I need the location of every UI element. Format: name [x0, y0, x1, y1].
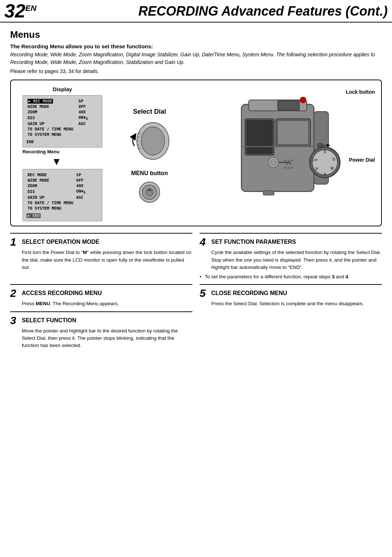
menu-screen-top: ▶ REC MODESP WIDE MODEOFF ZOOM40X DISON▼… [23, 95, 102, 148]
step-1-body: First turn the Power Dial to "M" while p… [10, 249, 192, 271]
svg-text:A: A [323, 172, 326, 176]
camera-illustration: S G M A P LAY [220, 90, 350, 213]
power-dial-label: Power Dial [349, 157, 375, 163]
lock-button-label: Lock button [346, 89, 375, 95]
step-5-title: CLOSE RECORDING MENU [211, 288, 287, 297]
step-2-body: Press MENU. The Recording Menu appears. [10, 300, 192, 307]
step-4-body: Cycle the available settings of the sele… [200, 249, 382, 271]
svg-text:S: S [324, 150, 326, 154]
svg-point-17 [284, 160, 286, 162]
svg-point-20 [286, 163, 288, 165]
intro-italic: Recording Mode, Wide Mode, Zoom Magnific… [10, 51, 382, 66]
select-dial-icon [128, 119, 171, 163]
step-4: 4 SET FUNCTION PARAMETERS Cycle the avai… [200, 233, 382, 284]
step-3-number: 3 [10, 315, 20, 326]
svg-point-22 [284, 167, 286, 169]
step-3: 3 SELECT FUNCTION Move the pointer and h… [10, 311, 192, 353]
menu-button-icon [137, 179, 162, 205]
section-title: Menus [10, 29, 382, 40]
svg-point-18 [287, 160, 290, 162]
svg-rect-15 [278, 121, 309, 144]
menu-button-label: MENU button [131, 170, 168, 177]
step-1-number: 1 [10, 237, 20, 247]
step-4-bullet: To set the parameters for a different fu… [200, 273, 382, 280]
page-header: 32EN RECORDING Advanced Features (Cont.) [0, 0, 392, 23]
arrow-down-icon: ▼ [23, 156, 102, 167]
svg-text:G: G [332, 157, 335, 161]
page-number: 32EN [4, 1, 36, 20]
step-5-number: 5 [200, 288, 209, 299]
svg-rect-13 [247, 121, 272, 153]
step-3-body: Move the pointer and highlight bar to th… [10, 327, 192, 350]
step-4-title: SET FUNCTION PARAMETERS [211, 237, 296, 246]
middle-area: Select Dial [110, 86, 189, 205]
svg-rect-16 [278, 101, 299, 110]
diagram-box: Display ▶ REC MODESP WIDE MODEOFF ZOOM40… [10, 80, 382, 226]
step-4-number: 4 [200, 237, 209, 247]
svg-point-40 [300, 97, 306, 103]
svg-text:M: M [331, 166, 334, 170]
display-label: Display [53, 86, 72, 92]
select-dial-label: Select Dial [133, 108, 166, 116]
svg-rect-34 [318, 144, 323, 147]
step-1: 1 SELECT OPERATION MODE First turn the P… [10, 233, 192, 284]
camera-area: Lock button Power Dial [189, 86, 377, 213]
step-2-number: 2 [10, 288, 20, 299]
svg-point-24 [291, 167, 293, 169]
svg-point-23 [287, 167, 290, 169]
intro-regular: Please refer to pages 33, 34 for details… [10, 68, 382, 75]
steps-section: 1 SELECT OPERATION MODE First turn the P… [10, 233, 382, 353]
menu-screen-bottom: REC MODESP WIDE MODEOFF ZOOM40X DISON▼9 … [23, 169, 102, 221]
svg-point-21 [289, 163, 291, 165]
display-panels: Display ▶ REC MODESP WIDE MODEOFF ZOOM40… [15, 86, 110, 221]
step-2: 2 ACCESS RECORDING MENU Press MENU. The … [10, 284, 192, 311]
main-content: Menus The Recording Menu allows you to s… [0, 23, 392, 359]
recording-menu-label: Recording Menu [23, 149, 102, 154]
step-2-title: ACCESS RECORDING MENU [22, 288, 102, 297]
step-3-title: SELECT FUNCTION [22, 315, 76, 324]
svg-text:P: P [316, 167, 318, 171]
svg-rect-41 [241, 146, 314, 147]
step-5: 5 CLOSE RECORDING MENU Press the Select … [200, 284, 382, 311]
svg-point-19 [291, 160, 293, 162]
step-1-title: SELECT OPERATION MODE [22, 237, 99, 246]
step-5-body: Press the Select Dial. Selection is comp… [200, 300, 382, 307]
svg-text:LAY: LAY [311, 158, 318, 162]
svg-rect-39 [263, 191, 274, 195]
page-title: RECORDING Advanced Features (Cont.) [36, 1, 388, 20]
svg-point-38 [270, 160, 276, 165]
intro-bold: The Recording Menu allows you to set the… [10, 43, 382, 49]
svg-point-1 [141, 127, 165, 155]
